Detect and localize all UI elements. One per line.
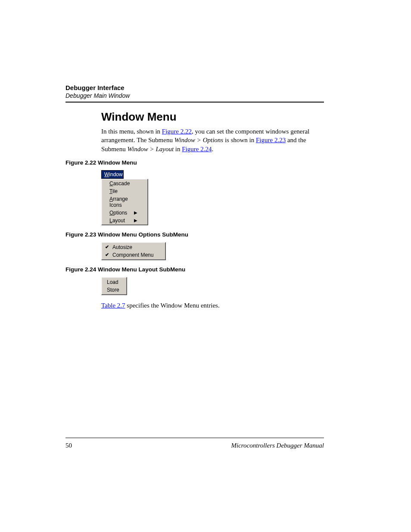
header-rule (65, 102, 324, 103)
submenu-arrow-icon: ▶ (134, 210, 137, 215)
closing-text: specifies the Window Menu entries. (125, 302, 220, 309)
option-label: Component Menu (112, 252, 153, 258)
layout-item-rest: tore (110, 287, 119, 293)
link-table-2-7[interactable]: Table 2.7 (101, 302, 125, 309)
page-header-title: Debugger Interface (65, 84, 324, 91)
menu-item-tile[interactable]: Tile (102, 187, 148, 195)
layout-submenu-figure: Load Store (101, 277, 127, 295)
menu-item-rest: ptions (113, 210, 127, 216)
layout-item-store[interactable]: Store (102, 286, 127, 294)
link-figure-2-24[interactable]: Figure 2.24 (182, 146, 212, 152)
menu-item-ul: C (109, 180, 113, 187)
para-italic: Window > Options (174, 137, 223, 143)
layout-item-ul: L (107, 279, 110, 285)
figure-2-24-caption: Figure 2.24 Window Menu Layout SubMenu (65, 266, 324, 273)
link-figure-2-22[interactable]: Figure 2.22 (162, 128, 192, 135)
option-label: Autosize (112, 244, 132, 250)
menu-item-cascade[interactable]: Cascade (102, 180, 148, 187)
menu-item-ul: L (109, 218, 112, 224)
para-text: in (174, 146, 182, 152)
check-icon: ✔ (105, 252, 109, 258)
menu-item-rest: ascade (113, 180, 130, 187)
window-menu-popup: Cascade Tile Arrange Icons Options ▶ Lay… (101, 179, 148, 225)
check-icon: ✔ (105, 244, 109, 250)
menubar-label-rest: indow (109, 171, 122, 177)
layout-item-load[interactable]: Load (102, 278, 127, 286)
section-heading: Window Menu (101, 110, 324, 124)
link-figure-2-23[interactable]: Figure 2.23 (256, 137, 286, 143)
footer-rule (65, 438, 324, 438)
page-header-subtitle: Debugger Main Window (65, 92, 324, 99)
footer-doc-title: Microcontrollers Debugger Manual (231, 442, 324, 449)
section-paragraph: In this menu, shown in Figure 2.22, you … (101, 127, 324, 153)
closing-paragraph: Table 2.7 specifies the Window Menu entr… (101, 301, 324, 310)
window-menu-figure: Window Cascade Tile Arrange Icons Option… (101, 170, 148, 225)
page-number: 50 (65, 442, 72, 449)
menu-item-ul: O (109, 210, 113, 216)
para-italic: Window > Layout (127, 146, 174, 152)
options-submenu-figure: ✔ Autosize ✔ Component Menu (101, 242, 166, 260)
menu-item-rest: ile (112, 188, 118, 194)
figure-2-23-caption: Figure 2.23 Window Menu Options SubMenu (65, 231, 324, 238)
menu-item-layout[interactable]: Layout ▶ (102, 217, 148, 224)
layout-item-rest: oad (110, 279, 118, 285)
page-footer: 50 Microcontrollers Debugger Manual (65, 442, 324, 449)
submenu-arrow-icon: ▶ (134, 218, 137, 223)
option-item-autosize[interactable]: ✔ Autosize (102, 243, 165, 251)
figure-2-22-caption: Figure 2.22 Window Menu (65, 159, 324, 166)
option-item-component-menu[interactable]: ✔ Component Menu (102, 251, 165, 259)
para-text: is shown in (223, 137, 256, 143)
layout-item-ul: S (107, 287, 110, 293)
para-text: In this menu, shown in (101, 128, 162, 135)
menu-item-ul: T (109, 188, 112, 194)
menu-item-ul: A (109, 196, 113, 202)
menu-item-options[interactable]: Options ▶ (102, 209, 148, 217)
menubar-window[interactable]: Window (101, 170, 124, 179)
menu-item-rest: ayout (112, 218, 125, 224)
para-text: . (212, 146, 213, 152)
menu-item-arrange-icons[interactable]: Arrange Icons (102, 195, 148, 209)
menubar-label-ul: W (104, 171, 109, 177)
